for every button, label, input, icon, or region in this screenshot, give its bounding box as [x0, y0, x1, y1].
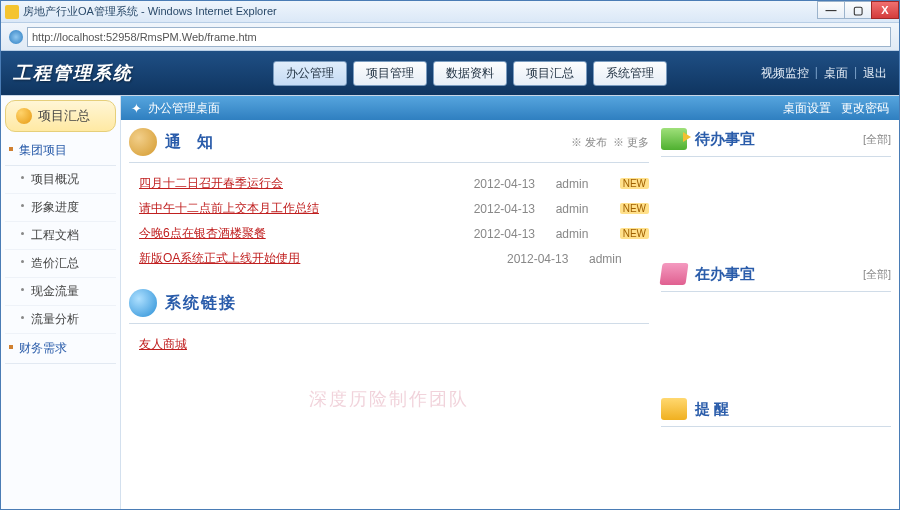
- top-tabs: 办公管理 项目管理 数据资料 项目汇总 系统管理: [273, 61, 667, 86]
- syslinks-title: 系统链接: [165, 293, 237, 314]
- todo-icon: [661, 128, 687, 150]
- syslinks-header: 系统链接: [129, 289, 649, 324]
- syslink-row: 友人商城: [129, 332, 649, 357]
- browser-window: 房地产行业OA管理系统 - Windows Internet Explorer …: [0, 0, 900, 510]
- notice-user: admin: [556, 177, 616, 191]
- sidebar-group-finance[interactable]: 财务需求: [5, 334, 116, 364]
- card-doing-title: 在办事宜: [695, 265, 755, 284]
- doing-icon: [659, 263, 688, 285]
- globe-icon: [9, 30, 23, 44]
- notice-link[interactable]: 新版OA系统正式上线开始使用: [139, 250, 300, 267]
- star-icon: ✦: [131, 101, 142, 116]
- maximize-button[interactable]: ▢: [844, 1, 872, 19]
- card-doing-body: [661, 310, 891, 380]
- breadcrumb-bar: ✦ 办公管理桌面 桌面设置 更改密码: [121, 96, 899, 120]
- url-input[interactable]: [27, 27, 891, 47]
- card-remind-header: 提 醒: [661, 398, 891, 427]
- sidebar-item-progress[interactable]: 形象进度: [5, 194, 116, 222]
- window-titlebar: 房地产行业OA管理系统 - Windows Internet Explorer …: [1, 1, 899, 23]
- notice-row: 今晚6点在银杏酒楼聚餐 2012-04-13 admin NEW: [129, 221, 649, 246]
- card-todo-body: [661, 175, 891, 245]
- notice-date: 2012-04-13: [474, 202, 544, 216]
- notice-date: 2012-04-13: [474, 227, 544, 241]
- right-column: 待办事宜 [全部] 在办事宜 [全部] 提 醒: [661, 128, 891, 501]
- sidebar-item-cost[interactable]: 造价汇总: [5, 250, 116, 278]
- syslink-link[interactable]: 友人商城: [139, 337, 187, 351]
- notice-header: 通 知 ※ 发布 ※ 更多: [129, 128, 649, 163]
- minimize-button[interactable]: —: [817, 1, 845, 19]
- sidebar-group-projects[interactable]: 集团项目: [5, 136, 116, 166]
- notice-more-link[interactable]: ※ 更多: [613, 135, 649, 150]
- notice-user: admin: [556, 227, 616, 241]
- notice-tag: NEW: [620, 178, 649, 189]
- card-todo-all[interactable]: [全部]: [863, 132, 891, 147]
- notice-row: 新版OA系统正式上线开始使用 2012-04-13 admin: [129, 246, 649, 271]
- sidebar-item-overview[interactable]: 项目概况: [5, 166, 116, 194]
- link-desktop[interactable]: 桌面: [824, 65, 848, 82]
- address-bar: [1, 23, 899, 51]
- remind-icon: [661, 398, 687, 420]
- notice-date: 2012-04-13: [474, 177, 544, 191]
- close-button[interactable]: X: [871, 1, 899, 19]
- sidebar: 项目汇总 集团项目 项目概况 形象进度 工程文档 造价汇总 现金流量 流量分析 …: [1, 96, 121, 509]
- sidebar-item-flowanalysis[interactable]: 流量分析: [5, 306, 116, 334]
- globe-icon: [129, 289, 157, 317]
- content: ✦ 办公管理桌面 桌面设置 更改密码 通 知 ※ 发布 ※ 更多: [121, 96, 899, 509]
- notice-publish-link[interactable]: ※ 发布: [571, 135, 607, 150]
- card-doing-all[interactable]: [全部]: [863, 267, 891, 282]
- notice-link[interactable]: 请中午十二点前上交本月工作总结: [139, 200, 319, 217]
- notice-tag: NEW: [620, 228, 649, 239]
- card-todo-title: 待办事宜: [695, 130, 755, 149]
- sidebar-item-docs[interactable]: 工程文档: [5, 222, 116, 250]
- sidebar-item-cashflow[interactable]: 现金流量: [5, 278, 116, 306]
- tab-data[interactable]: 数据资料: [433, 61, 507, 86]
- notice-row: 请中午十二点前上交本月工作总结 2012-04-13 admin NEW: [129, 196, 649, 221]
- crumb-desktop-settings[interactable]: 桌面设置: [783, 100, 831, 117]
- notice-link[interactable]: 四月十二日召开春季运行会: [139, 175, 283, 192]
- notice-user: admin: [556, 202, 616, 216]
- favicon-icon: [5, 5, 19, 19]
- tab-system[interactable]: 系统管理: [593, 61, 667, 86]
- link-video[interactable]: 视频监控: [761, 65, 809, 82]
- sun-icon: [16, 108, 32, 124]
- window-title: 房地产行业OA管理系统 - Windows Internet Explorer: [23, 4, 277, 19]
- card-remind-title: 提 醒: [695, 400, 729, 419]
- notice-tag: NEW: [620, 203, 649, 214]
- notice-date: 2012-04-13: [507, 252, 577, 266]
- tab-summary[interactable]: 项目汇总: [513, 61, 587, 86]
- crumb-change-password[interactable]: 更改密码: [841, 100, 889, 117]
- tab-project[interactable]: 项目管理: [353, 61, 427, 86]
- card-doing-header: 在办事宜 [全部]: [661, 263, 891, 292]
- content-body: 通 知 ※ 发布 ※ 更多 四月十二日召开春季运行会 2012-04-13 ad…: [121, 120, 899, 509]
- notice-link[interactable]: 今晚6点在银杏酒楼聚餐: [139, 225, 266, 242]
- top-links: 视频监控| 桌面| 退出: [761, 65, 887, 82]
- tab-office[interactable]: 办公管理: [273, 61, 347, 86]
- card-todo-header: 待办事宜 [全部]: [661, 128, 891, 157]
- notice-title: 通 知: [165, 132, 219, 153]
- top-nav: 工程管理系统 办公管理 项目管理 数据资料 项目汇总 系统管理 视频监控| 桌面…: [1, 51, 899, 95]
- breadcrumb-path: 办公管理桌面: [148, 100, 220, 117]
- main-area: 项目汇总 集团项目 项目概况 形象进度 工程文档 造价汇总 现金流量 流量分析 …: [1, 95, 899, 509]
- window-controls: — ▢ X: [818, 1, 899, 19]
- speaker-icon: [129, 128, 157, 156]
- sidebar-top-button[interactable]: 项目汇总: [5, 100, 116, 132]
- notice-row: 四月十二日召开春季运行会 2012-04-13 admin NEW: [129, 171, 649, 196]
- sidebar-top-label: 项目汇总: [38, 107, 90, 125]
- watermark-text: 深度历险制作团队: [129, 387, 649, 411]
- left-column: 通 知 ※ 发布 ※ 更多 四月十二日召开春季运行会 2012-04-13 ad…: [129, 128, 649, 501]
- notice-user: admin: [589, 252, 649, 266]
- link-logout[interactable]: 退出: [863, 65, 887, 82]
- brand-title: 工程管理系统: [13, 61, 133, 85]
